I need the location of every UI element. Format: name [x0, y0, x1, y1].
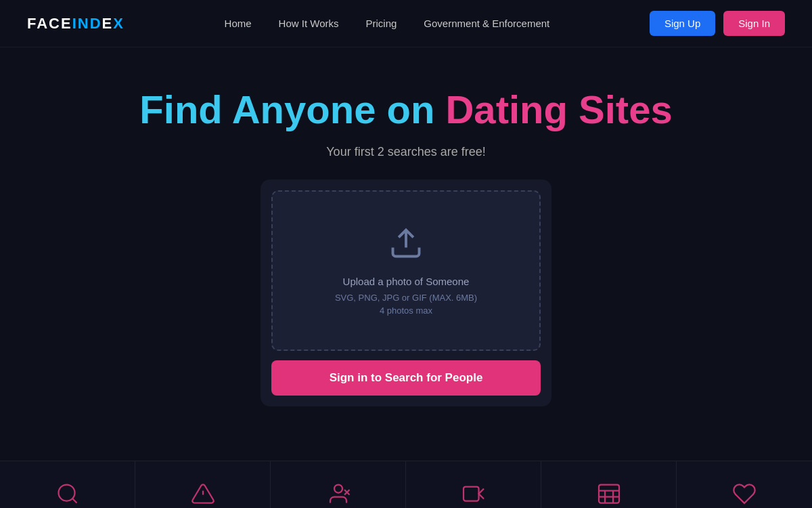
svg-rect-8 [464, 486, 479, 501]
upload-container: Upload a photo of Someone SVG, PNG, JPG … [261, 179, 551, 406]
svg-point-5 [334, 484, 342, 492]
nav-pricing[interactable]: Pricing [366, 18, 397, 29]
upload-dropzone[interactable]: Upload a photo of Someone SVG, PNG, JPG … [271, 190, 541, 351]
hero-section: Find Anyone on Dating Sites Your first 2… [0, 47, 812, 433]
signup-button[interactable]: Sign Up [650, 11, 715, 36]
nav-how-it-works[interactable]: How It Works [279, 18, 339, 29]
sex-offenders-icon [325, 480, 352, 507]
scammers-icon [189, 480, 217, 507]
search-button[interactable]: Sign in to Search for People [271, 360, 541, 396]
category-dating-apps[interactable]: Dating Apps [677, 461, 812, 508]
category-jail-mugshots[interactable]: Jail Mugshots [541, 461, 677, 508]
jail-mugshots-icon [595, 480, 623, 507]
hero-subtitle: Your first 2 searches are free! [14, 145, 798, 159]
svg-point-1 [58, 484, 74, 501]
upload-icon [286, 226, 526, 263]
signin-button[interactable]: Sign In [723, 11, 785, 36]
category-scammers[interactable]: Scammers [135, 461, 271, 508]
videos-icon [460, 480, 487, 507]
upload-format-text: SVG, PNG, JPG or GIF (MAX. 6MB) [286, 293, 526, 303]
nav-government[interactable]: Government & Enforcement [424, 18, 549, 29]
navbar: FACEINDEX Home How It Works Pricing Gove… [0, 0, 812, 47]
nav-links: Home How It Works Pricing Government & E… [225, 18, 550, 29]
svg-rect-9 [599, 484, 619, 503]
dating-apps-icon [731, 480, 758, 507]
category-sex-offenders[interactable]: Sex Offenders [271, 461, 406, 508]
hero-title-part1: Find Anyone on [139, 87, 445, 131]
nav-home[interactable]: Home [225, 18, 252, 29]
upload-limit-text: 4 photos max [286, 305, 526, 316]
hero-title: Find Anyone on Dating Sites [14, 88, 798, 131]
category-videos[interactable]: Videos [406, 461, 541, 508]
category-social-media[interactable]: Social Media [0, 461, 135, 508]
logo[interactable]: FACEINDEX [27, 15, 125, 33]
hero-title-part2: Dating Sites [445, 87, 672, 131]
upload-main-text: Upload a photo of Someone [286, 276, 526, 287]
svg-line-2 [72, 499, 76, 503]
social-media-icon [54, 480, 81, 507]
categories-bar: Social Media Scammers Sex Offenders [0, 461, 812, 508]
nav-actions: Sign Up Sign In [650, 11, 785, 36]
